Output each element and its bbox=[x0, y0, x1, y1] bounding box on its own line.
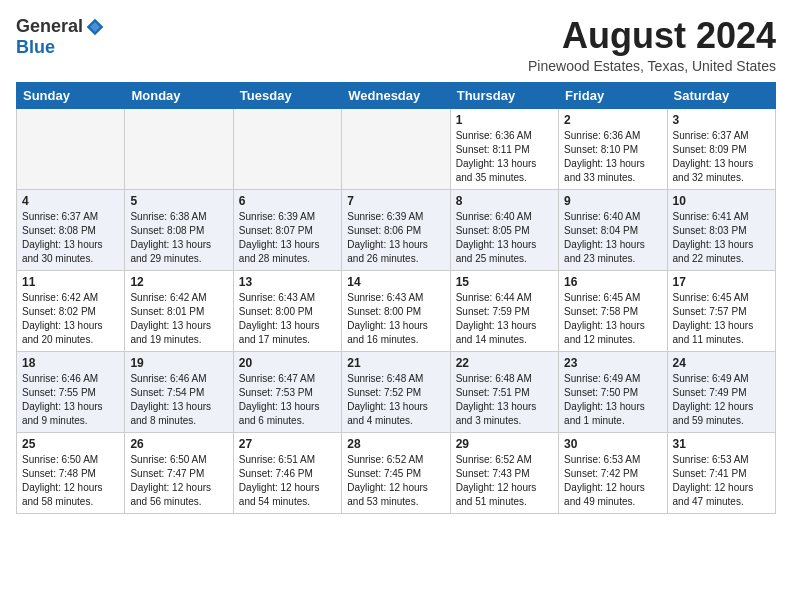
day-number: 29 bbox=[456, 437, 553, 451]
day-number: 31 bbox=[673, 437, 770, 451]
day-info: Sunrise: 6:46 AM Sunset: 7:55 PM Dayligh… bbox=[22, 372, 119, 428]
day-number: 17 bbox=[673, 275, 770, 289]
weekday-header-wednesday: Wednesday bbox=[342, 82, 450, 108]
calendar-cell bbox=[17, 108, 125, 189]
day-number: 14 bbox=[347, 275, 444, 289]
calendar-cell: 30Sunrise: 6:53 AM Sunset: 7:42 PM Dayli… bbox=[559, 432, 667, 513]
calendar-week-2: 4Sunrise: 6:37 AM Sunset: 8:08 PM Daylig… bbox=[17, 189, 776, 270]
calendar-cell bbox=[233, 108, 341, 189]
title-block: August 2024 Pinewood Estates, Texas, Uni… bbox=[528, 16, 776, 74]
day-number: 28 bbox=[347, 437, 444, 451]
day-number: 25 bbox=[22, 437, 119, 451]
calendar-cell: 24Sunrise: 6:49 AM Sunset: 7:49 PM Dayli… bbox=[667, 351, 775, 432]
weekday-header-row: SundayMondayTuesdayWednesdayThursdayFrid… bbox=[17, 82, 776, 108]
day-number: 1 bbox=[456, 113, 553, 127]
day-number: 8 bbox=[456, 194, 553, 208]
day-number: 10 bbox=[673, 194, 770, 208]
day-number: 13 bbox=[239, 275, 336, 289]
calendar-week-4: 18Sunrise: 6:46 AM Sunset: 7:55 PM Dayli… bbox=[17, 351, 776, 432]
location: Pinewood Estates, Texas, United States bbox=[528, 58, 776, 74]
calendar-cell: 8Sunrise: 6:40 AM Sunset: 8:05 PM Daylig… bbox=[450, 189, 558, 270]
day-info: Sunrise: 6:44 AM Sunset: 7:59 PM Dayligh… bbox=[456, 291, 553, 347]
day-number: 21 bbox=[347, 356, 444, 370]
day-info: Sunrise: 6:39 AM Sunset: 8:07 PM Dayligh… bbox=[239, 210, 336, 266]
day-number: 24 bbox=[673, 356, 770, 370]
calendar-week-3: 11Sunrise: 6:42 AM Sunset: 8:02 PM Dayli… bbox=[17, 270, 776, 351]
calendar-cell: 19Sunrise: 6:46 AM Sunset: 7:54 PM Dayli… bbox=[125, 351, 233, 432]
day-info: Sunrise: 6:42 AM Sunset: 8:02 PM Dayligh… bbox=[22, 291, 119, 347]
day-info: Sunrise: 6:37 AM Sunset: 8:08 PM Dayligh… bbox=[22, 210, 119, 266]
day-number: 9 bbox=[564, 194, 661, 208]
day-number: 11 bbox=[22, 275, 119, 289]
calendar-cell: 4Sunrise: 6:37 AM Sunset: 8:08 PM Daylig… bbox=[17, 189, 125, 270]
calendar-cell: 1Sunrise: 6:36 AM Sunset: 8:11 PM Daylig… bbox=[450, 108, 558, 189]
calendar-cell: 13Sunrise: 6:43 AM Sunset: 8:00 PM Dayli… bbox=[233, 270, 341, 351]
weekday-header-tuesday: Tuesday bbox=[233, 82, 341, 108]
day-info: Sunrise: 6:43 AM Sunset: 8:00 PM Dayligh… bbox=[239, 291, 336, 347]
day-info: Sunrise: 6:41 AM Sunset: 8:03 PM Dayligh… bbox=[673, 210, 770, 266]
day-info: Sunrise: 6:52 AM Sunset: 7:45 PM Dayligh… bbox=[347, 453, 444, 509]
calendar-cell bbox=[125, 108, 233, 189]
day-number: 5 bbox=[130, 194, 227, 208]
day-info: Sunrise: 6:43 AM Sunset: 8:00 PM Dayligh… bbox=[347, 291, 444, 347]
day-info: Sunrise: 6:37 AM Sunset: 8:09 PM Dayligh… bbox=[673, 129, 770, 185]
calendar-cell: 29Sunrise: 6:52 AM Sunset: 7:43 PM Dayli… bbox=[450, 432, 558, 513]
page-header: General Blue August 2024 Pinewood Estate… bbox=[16, 16, 776, 74]
day-info: Sunrise: 6:42 AM Sunset: 8:01 PM Dayligh… bbox=[130, 291, 227, 347]
calendar-cell: 26Sunrise: 6:50 AM Sunset: 7:47 PM Dayli… bbox=[125, 432, 233, 513]
day-info: Sunrise: 6:53 AM Sunset: 7:41 PM Dayligh… bbox=[673, 453, 770, 509]
day-info: Sunrise: 6:53 AM Sunset: 7:42 PM Dayligh… bbox=[564, 453, 661, 509]
day-number: 4 bbox=[22, 194, 119, 208]
day-number: 26 bbox=[130, 437, 227, 451]
calendar-cell: 21Sunrise: 6:48 AM Sunset: 7:52 PM Dayli… bbox=[342, 351, 450, 432]
logo-blue: Blue bbox=[16, 37, 55, 58]
day-info: Sunrise: 6:40 AM Sunset: 8:04 PM Dayligh… bbox=[564, 210, 661, 266]
calendar-cell: 15Sunrise: 6:44 AM Sunset: 7:59 PM Dayli… bbox=[450, 270, 558, 351]
calendar-cell: 17Sunrise: 6:45 AM Sunset: 7:57 PM Dayli… bbox=[667, 270, 775, 351]
day-number: 6 bbox=[239, 194, 336, 208]
day-info: Sunrise: 6:50 AM Sunset: 7:47 PM Dayligh… bbox=[130, 453, 227, 509]
logo: General Blue bbox=[16, 16, 105, 58]
day-info: Sunrise: 6:36 AM Sunset: 8:10 PM Dayligh… bbox=[564, 129, 661, 185]
day-info: Sunrise: 6:40 AM Sunset: 8:05 PM Dayligh… bbox=[456, 210, 553, 266]
day-info: Sunrise: 6:48 AM Sunset: 7:52 PM Dayligh… bbox=[347, 372, 444, 428]
calendar-cell: 28Sunrise: 6:52 AM Sunset: 7:45 PM Dayli… bbox=[342, 432, 450, 513]
day-number: 2 bbox=[564, 113, 661, 127]
day-info: Sunrise: 6:38 AM Sunset: 8:08 PM Dayligh… bbox=[130, 210, 227, 266]
day-info: Sunrise: 6:46 AM Sunset: 7:54 PM Dayligh… bbox=[130, 372, 227, 428]
calendar-cell: 31Sunrise: 6:53 AM Sunset: 7:41 PM Dayli… bbox=[667, 432, 775, 513]
day-info: Sunrise: 6:39 AM Sunset: 8:06 PM Dayligh… bbox=[347, 210, 444, 266]
day-number: 12 bbox=[130, 275, 227, 289]
weekday-header-sunday: Sunday bbox=[17, 82, 125, 108]
day-number: 30 bbox=[564, 437, 661, 451]
day-info: Sunrise: 6:49 AM Sunset: 7:50 PM Dayligh… bbox=[564, 372, 661, 428]
day-number: 20 bbox=[239, 356, 336, 370]
calendar-cell: 10Sunrise: 6:41 AM Sunset: 8:03 PM Dayli… bbox=[667, 189, 775, 270]
calendar-cell: 18Sunrise: 6:46 AM Sunset: 7:55 PM Dayli… bbox=[17, 351, 125, 432]
day-info: Sunrise: 6:48 AM Sunset: 7:51 PM Dayligh… bbox=[456, 372, 553, 428]
day-number: 3 bbox=[673, 113, 770, 127]
calendar-cell: 9Sunrise: 6:40 AM Sunset: 8:04 PM Daylig… bbox=[559, 189, 667, 270]
calendar-cell: 3Sunrise: 6:37 AM Sunset: 8:09 PM Daylig… bbox=[667, 108, 775, 189]
calendar-cell: 23Sunrise: 6:49 AM Sunset: 7:50 PM Dayli… bbox=[559, 351, 667, 432]
calendar-week-1: 1Sunrise: 6:36 AM Sunset: 8:11 PM Daylig… bbox=[17, 108, 776, 189]
calendar-cell: 22Sunrise: 6:48 AM Sunset: 7:51 PM Dayli… bbox=[450, 351, 558, 432]
logo-general: General bbox=[16, 16, 83, 37]
day-info: Sunrise: 6:47 AM Sunset: 7:53 PM Dayligh… bbox=[239, 372, 336, 428]
calendar-cell: 7Sunrise: 6:39 AM Sunset: 8:06 PM Daylig… bbox=[342, 189, 450, 270]
weekday-header-saturday: Saturday bbox=[667, 82, 775, 108]
calendar-cell: 12Sunrise: 6:42 AM Sunset: 8:01 PM Dayli… bbox=[125, 270, 233, 351]
weekday-header-monday: Monday bbox=[125, 82, 233, 108]
calendar-table: SundayMondayTuesdayWednesdayThursdayFrid… bbox=[16, 82, 776, 514]
day-info: Sunrise: 6:52 AM Sunset: 7:43 PM Dayligh… bbox=[456, 453, 553, 509]
calendar-cell: 16Sunrise: 6:45 AM Sunset: 7:58 PM Dayli… bbox=[559, 270, 667, 351]
day-number: 23 bbox=[564, 356, 661, 370]
day-number: 18 bbox=[22, 356, 119, 370]
calendar-cell: 25Sunrise: 6:50 AM Sunset: 7:48 PM Dayli… bbox=[17, 432, 125, 513]
day-info: Sunrise: 6:45 AM Sunset: 7:58 PM Dayligh… bbox=[564, 291, 661, 347]
calendar-week-5: 25Sunrise: 6:50 AM Sunset: 7:48 PM Dayli… bbox=[17, 432, 776, 513]
calendar-cell: 11Sunrise: 6:42 AM Sunset: 8:02 PM Dayli… bbox=[17, 270, 125, 351]
weekday-header-thursday: Thursday bbox=[450, 82, 558, 108]
day-info: Sunrise: 6:50 AM Sunset: 7:48 PM Dayligh… bbox=[22, 453, 119, 509]
day-info: Sunrise: 6:36 AM Sunset: 8:11 PM Dayligh… bbox=[456, 129, 553, 185]
